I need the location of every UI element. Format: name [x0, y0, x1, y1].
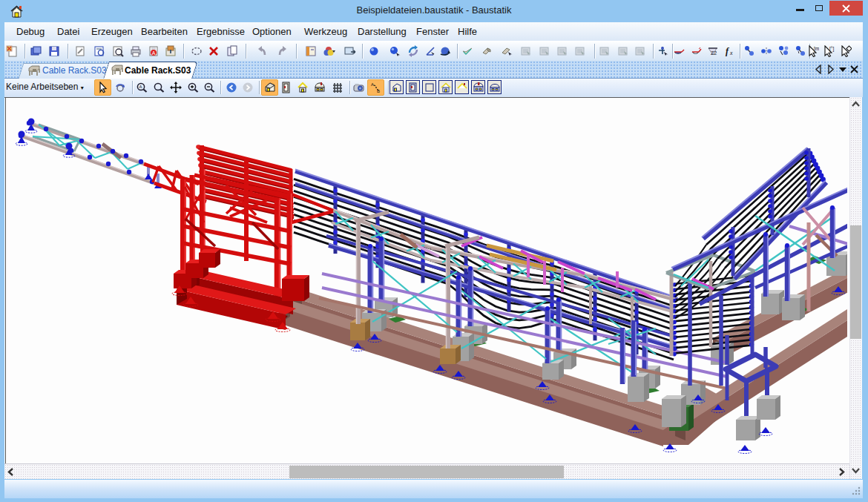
svg-text:A: A	[139, 85, 142, 89]
svg-text:[°]: [°]	[829, 46, 834, 52]
svg-text:A: A	[152, 50, 156, 56]
svg-text:[m]: [m]	[814, 46, 819, 52]
svg-text:f: f	[726, 46, 729, 56]
svg-text:Z2: Z2	[711, 50, 717, 56]
svg-text:x: x	[729, 50, 733, 56]
svg-text:A: A	[371, 82, 374, 87]
